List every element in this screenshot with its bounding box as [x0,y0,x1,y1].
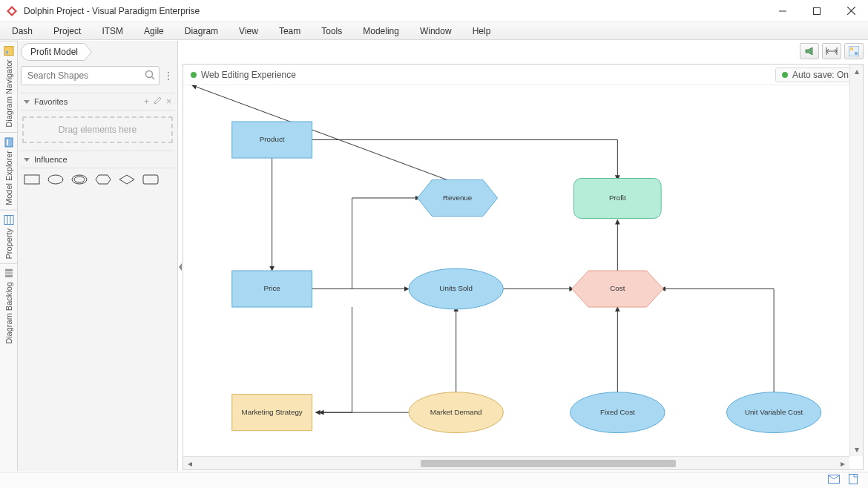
svg-rect-3 [814,7,821,14]
chevron-down-icon [24,100,30,104]
announce-button[interactable] [800,43,819,59]
shape-rectangle[interactable] [24,174,40,185]
svg-text:Fixed Cost: Fixed Cost [600,408,635,416]
svg-rect-15 [5,269,13,271]
menu-project[interactable]: Project [53,26,81,36]
favorites-section-header[interactable]: Favorites + × [21,93,174,111]
svg-text:Price: Price [264,284,281,292]
svg-rect-8 [5,138,13,147]
svg-rect-10 [4,216,13,225]
svg-rect-13 [5,275,13,277]
scroll-up-arrow[interactable]: ▴ [850,65,864,78]
svg-text:Revenue: Revenue [443,194,473,202]
menu-modeling[interactable]: Modeling [363,26,399,36]
breadcrumb-chip[interactable]: Profit Model [21,43,85,61]
shape-diamond[interactable] [119,174,135,185]
status-dot-icon [782,72,788,78]
backlog-icon [4,268,14,279]
node-unit-variable-cost[interactable]: Unit Variable Cost [726,392,821,433]
svg-text:Product: Product [260,135,285,143]
horizontal-scrollbar[interactable]: ◂ ▸ [183,456,849,469]
influence-label: Influence [34,155,68,164]
shape-double-ellipse[interactable] [71,174,88,185]
svg-text:Unit Variable Cost: Unit Variable Cost [745,408,803,416]
tab-label: Property [4,228,13,260]
node-units-sold[interactable]: Units Sold [409,268,503,309]
menu-view[interactable]: View [239,26,258,36]
menu-team[interactable]: Team [279,26,300,36]
node-market-demand[interactable]: Market Demand [409,392,503,433]
tab-label: Diagram Navigator [4,59,13,128]
scroll-thumb[interactable] [421,460,677,467]
tab-diagram-backlog[interactable]: Diagram Backlog [0,263,18,349]
menu-agile[interactable]: Agile [144,26,164,36]
edit-favorite-icon[interactable] [154,96,162,107]
svg-rect-61 [849,475,858,484]
diagram-canvas[interactable]: Product Price Revenue Profit Units Sold [189,85,849,456]
canvas-frame: Web Editing Experience Auto save: On [183,64,864,470]
tab-diagram-navigator[interactable]: Diagram Navigator [0,41,18,132]
favorites-label: Favorites [34,97,68,106]
minimize-button[interactable] [766,0,800,22]
fit-width-button[interactable] [822,43,841,59]
menu-window[interactable]: Window [420,26,452,36]
breadcrumb: Profit Model [21,42,174,62]
influence-section-header[interactable]: Influence [21,151,174,168]
node-cost[interactable]: Cost [572,271,664,307]
canvas-status-bar: Web Editing Experience Auto save: On [183,65,863,85]
shape-hexagon[interactable] [95,174,111,185]
svg-rect-30 [850,47,853,50]
menu-itsm[interactable]: ITSM [102,26,123,36]
property-icon [4,215,14,225]
more-options-button[interactable]: ⋮ [162,66,174,85]
left-tab-strip: Diagram Navigator Model Explorer Propert… [0,41,18,471]
svg-marker-23 [119,175,134,184]
shape-ellipse[interactable] [47,174,64,185]
search-shapes-input[interactable] [21,66,160,85]
search-icon [145,70,155,82]
scroll-right-arrow[interactable]: ▸ [836,457,849,470]
tab-label: Diagram Backlog [4,282,13,344]
tab-property[interactable]: Property [0,210,18,264]
svg-text:Units Sold: Units Sold [439,284,473,292]
svg-text:Marketing Strategy: Marketing Strategy [242,408,303,416]
svg-rect-24 [143,175,158,184]
svg-marker-22 [96,175,111,184]
chevron-down-icon [24,158,30,162]
remove-favorite-icon[interactable]: × [166,96,171,107]
node-product[interactable]: Product [232,122,312,158]
menu-diagram[interactable]: Diagram [185,26,218,36]
breadcrumb-label: Profit Model [30,47,78,57]
shape-palette [21,168,174,191]
svg-line-17 [152,77,155,80]
close-button[interactable] [834,0,868,22]
maximize-button[interactable] [800,0,834,22]
add-favorite-icon[interactable]: + [144,96,149,107]
scroll-down-arrow[interactable]: ▾ [850,443,864,456]
editing-status-label: Web Editing Experience [201,70,296,80]
node-marketing-strategy[interactable]: Marketing Strategy [232,395,312,431]
svg-point-19 [48,175,63,184]
svg-rect-18 [24,175,39,184]
svg-rect-6 [4,47,13,56]
node-profit[interactable]: Profit [574,178,662,218]
autosave-status[interactable]: Auto save: On [775,67,855,82]
menubar: Dash Project ITSM Agile Diagram View Tea… [0,22,868,40]
status-dot-icon [191,72,197,78]
page-icon[interactable] [849,474,858,487]
menu-dash[interactable]: Dash [12,26,33,36]
tab-model-explorer[interactable]: Model Explorer [0,132,18,210]
node-fixed-cost[interactable]: Fixed Cost [571,392,665,433]
vertical-scrollbar[interactable]: ▴ ▾ [849,65,863,456]
node-revenue[interactable]: Revenue [418,179,498,216]
mail-icon[interactable] [828,475,840,486]
shape-rounded-rect[interactable] [142,174,159,185]
menu-tools[interactable]: Tools [321,26,342,36]
menu-help[interactable]: Help [473,26,491,36]
scroll-left-arrow[interactable]: ◂ [183,457,197,470]
favorites-drop-zone[interactable]: Drag elements here [22,116,173,143]
node-price[interactable]: Price [232,271,312,307]
app-logo-icon [6,5,18,17]
svg-text:Cost: Cost [610,284,625,292]
layout-button[interactable] [844,43,864,59]
